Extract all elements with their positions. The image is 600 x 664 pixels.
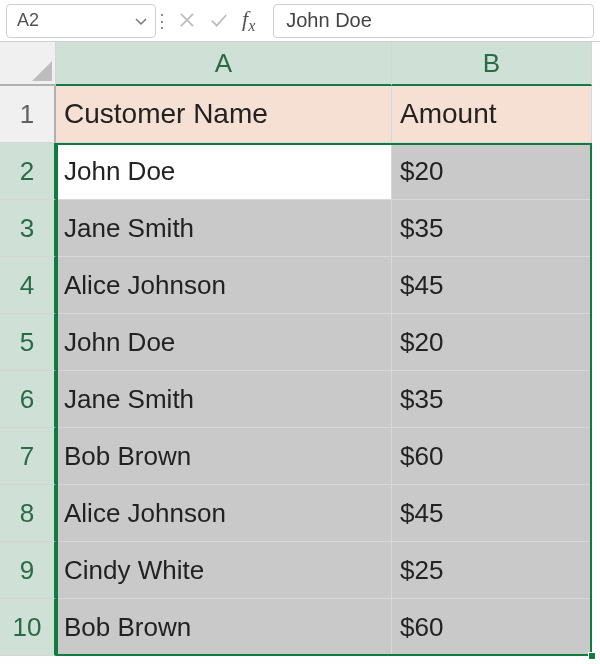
select-all-triangle[interactable] [0, 42, 56, 86]
cell-b6[interactable]: $35 [392, 371, 592, 428]
column-header-a[interactable]: A [56, 42, 392, 86]
row-header-6[interactable]: 6 [0, 371, 56, 428]
formula-controls: fx [168, 6, 265, 35]
spreadsheet-grid[interactable]: A B 1 Customer Name Amount 2 John Doe $2… [0, 42, 600, 656]
row-header-1[interactable]: 1 [0, 86, 56, 143]
row-header-3[interactable]: 3 [0, 200, 56, 257]
row-header-2[interactable]: 2 [0, 143, 56, 200]
cell-a7[interactable]: Bob Brown [56, 428, 392, 485]
fx-icon[interactable]: fx [242, 6, 255, 35]
chevron-down-icon[interactable] [133, 13, 149, 29]
column-header-b[interactable]: B [392, 42, 592, 86]
formula-input-value: John Doe [286, 9, 372, 32]
cell-b7[interactable]: $60 [392, 428, 592, 485]
cell-b10[interactable]: $60 [392, 599, 592, 656]
cell-b2[interactable]: $20 [392, 143, 592, 200]
cell-b1[interactable]: Amount [392, 86, 592, 143]
cell-b4[interactable]: $45 [392, 257, 592, 314]
cell-a6[interactable]: Jane Smith [56, 371, 392, 428]
cell-a3[interactable]: Jane Smith [56, 200, 392, 257]
row-header-7[interactable]: 7 [0, 428, 56, 485]
row-header-4[interactable]: 4 [0, 257, 56, 314]
name-box[interactable]: A2 [6, 4, 156, 38]
cell-a2[interactable]: John Doe [56, 143, 392, 200]
cell-a8[interactable]: Alice Johnson [56, 485, 392, 542]
cell-a10[interactable]: Bob Brown [56, 599, 392, 656]
cell-a5[interactable]: John Doe [56, 314, 392, 371]
row-header-10[interactable]: 10 [0, 599, 56, 656]
row-header-5[interactable]: 5 [0, 314, 56, 371]
row-header-9[interactable]: 9 [0, 542, 56, 599]
formula-input[interactable]: John Doe [273, 4, 594, 38]
confirm-edit-icon[interactable] [210, 11, 228, 29]
cell-a9[interactable]: Cindy White [56, 542, 392, 599]
cell-b3[interactable]: $35 [392, 200, 592, 257]
cell-a4[interactable]: Alice Johnson [56, 257, 392, 314]
cell-b5[interactable]: $20 [392, 314, 592, 371]
cell-b9[interactable]: $25 [392, 542, 592, 599]
name-box-value: A2 [17, 10, 39, 31]
cell-a1[interactable]: Customer Name [56, 86, 392, 143]
cancel-edit-icon[interactable] [178, 11, 196, 29]
formula-bar: A2 ⋮ fx John Doe [0, 0, 600, 42]
separator-icon: ⋮ [156, 10, 168, 32]
row-header-8[interactable]: 8 [0, 485, 56, 542]
cell-b8[interactable]: $45 [392, 485, 592, 542]
